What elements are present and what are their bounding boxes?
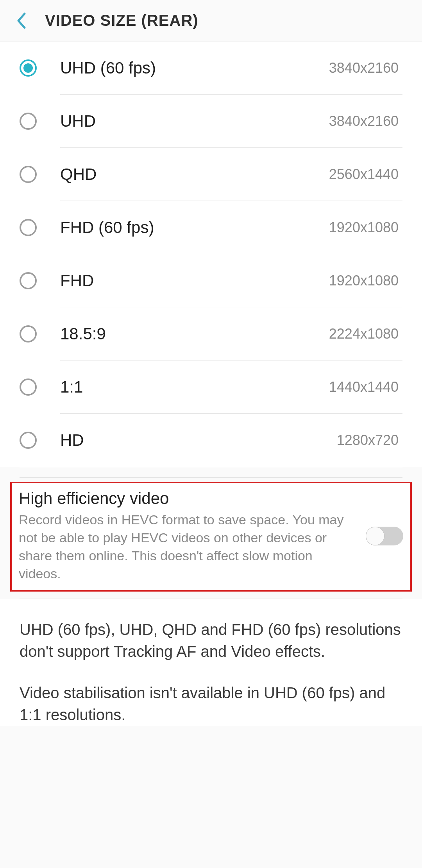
option-fhd[interactable]: FHD 1920x1080 [20, 254, 402, 307]
toggle-knob-icon [366, 527, 384, 545]
option-uhd-60[interactable]: UHD (60 fps) 3840x2160 [20, 41, 402, 95]
hevc-title: High efficiency video [19, 489, 358, 508]
high-efficiency-video-row[interactable]: High efficiency video Record videos in H… [10, 482, 412, 592]
option-label: FHD [60, 271, 329, 290]
option-resolution: 3840x2160 [329, 60, 402, 76]
radio-icon [20, 219, 37, 236]
option-label: UHD (60 fps) [60, 59, 329, 77]
option-resolution: 3840x2160 [329, 113, 402, 129]
option-resolution: 1440x1440 [329, 379, 402, 395]
option-resolution: 1920x1080 [329, 219, 402, 236]
option-resolution: 1920x1080 [329, 273, 402, 289]
video-size-list: UHD (60 fps) 3840x2160 UHD 3840x2160 QHD… [0, 41, 422, 467]
radio-icon [20, 113, 37, 130]
option-1to1[interactable]: 1:1 1440x1440 [20, 360, 402, 414]
section-divider [20, 467, 402, 478]
back-button[interactable] [14, 13, 29, 29]
hevc-description: Record videos in HEVC format to save spa… [19, 511, 358, 583]
option-resolution: 1280x720 [337, 432, 402, 448]
hevc-toggle[interactable] [366, 527, 403, 545]
chevron-left-icon [16, 12, 27, 29]
option-resolution: 2560x1440 [329, 166, 402, 183]
radio-icon [20, 378, 37, 396]
option-qhd[interactable]: QHD 2560x1440 [20, 148, 402, 201]
option-fhd-60[interactable]: FHD (60 fps) 1920x1080 [20, 201, 402, 254]
radio-icon [20, 432, 37, 449]
option-hd[interactable]: HD 1280x720 [20, 414, 402, 467]
header: VIDEO SIZE (REAR) [0, 0, 422, 41]
option-label: 18.5:9 [60, 325, 329, 343]
option-1859[interactable]: 18.5:9 2224x1080 [20, 307, 402, 360]
page-title: VIDEO SIZE (REAR) [45, 12, 198, 29]
info-paragraph-2: Video stabilisation isn't available in U… [20, 682, 402, 726]
radio-icon [20, 325, 37, 343]
radio-icon [20, 272, 37, 289]
option-label: HD [60, 431, 337, 450]
option-uhd[interactable]: UHD 3840x2160 [20, 95, 402, 148]
option-resolution: 2224x1080 [329, 326, 402, 342]
option-label: FHD (60 fps) [60, 218, 329, 237]
info-section: UHD (60 fps), UHD, QHD and FHD (60 fps) … [0, 599, 422, 726]
option-label: 1:1 [60, 378, 329, 396]
info-paragraph-1: UHD (60 fps), UHD, QHD and FHD (60 fps) … [20, 619, 402, 662]
radio-selected-icon [20, 59, 37, 77]
option-label: UHD [60, 112, 329, 131]
option-label: QHD [60, 165, 329, 184]
radio-icon [20, 166, 37, 183]
